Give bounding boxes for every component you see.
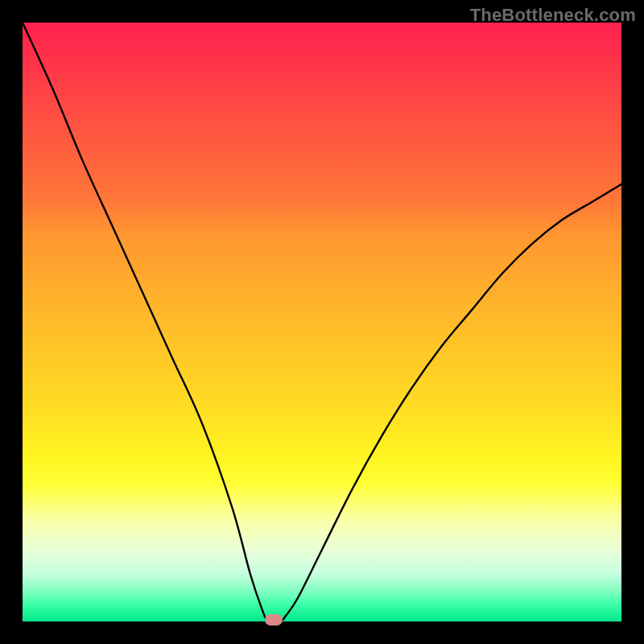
chart-frame: TheBottleneck.com — [0, 0, 644, 644]
plot-area — [23, 23, 621, 621]
bottleneck-curve — [23, 23, 621, 621]
curve-svg — [23, 23, 621, 621]
minimum-marker — [265, 614, 283, 625]
